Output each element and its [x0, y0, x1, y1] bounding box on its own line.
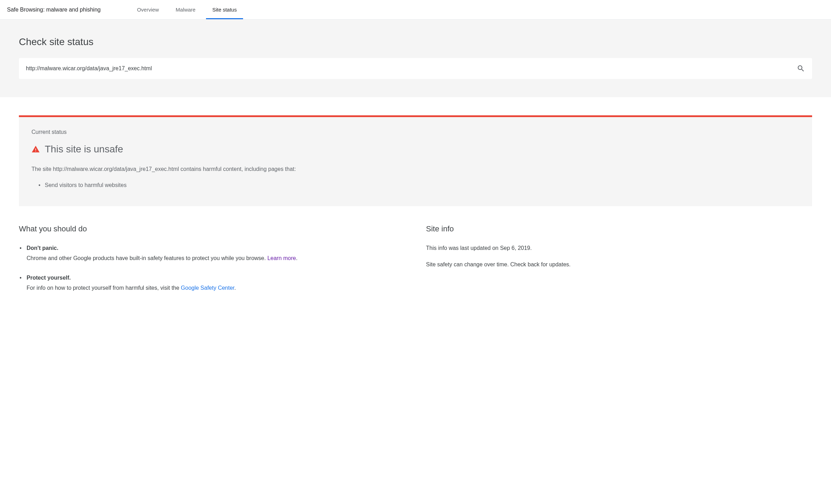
siteinfo-updated: This info was last updated on Sep 6, 201…: [426, 243, 812, 253]
advice-item-after: .: [234, 285, 236, 291]
safety-center-link[interactable]: Google Safety Center: [181, 285, 234, 291]
advice-item-title: Protect yourself.: [27, 273, 405, 282]
tabs: Overview Malware Site status: [129, 0, 245, 19]
learn-more-link[interactable]: Learn more: [267, 255, 296, 261]
tab-site-status[interactable]: Site status: [204, 0, 245, 19]
advice-column: What you should do Don't panic. Chrome a…: [19, 224, 405, 302]
advice-list: Don't panic. Chrome and other Google pro…: [19, 243, 405, 293]
header-title: Safe Browsing: malware and phishing: [7, 7, 101, 13]
status-label: Current status: [31, 129, 800, 135]
advice-item-protect: Protect yourself. For info on how to pro…: [19, 273, 405, 293]
tab-malware[interactable]: Malware: [167, 0, 204, 19]
check-section: Check site status: [0, 20, 831, 97]
status-issue-item: Send visitors to harmful websites: [38, 181, 800, 190]
advice-item-body: Chrome and other Google products have bu…: [27, 255, 267, 261]
url-input[interactable]: [26, 65, 797, 72]
advice-item-title: Don't panic.: [27, 243, 405, 253]
status-heading-row: This site is unsafe: [31, 144, 800, 155]
advice-item-body: For info on how to protect yourself from…: [27, 285, 181, 291]
check-title: Check site status: [19, 36, 812, 48]
advice-heading: What you should do: [19, 224, 405, 233]
tab-overview[interactable]: Overview: [129, 0, 168, 19]
search-icon[interactable]: [797, 64, 805, 73]
status-card: Current status This site is unsafe The s…: [19, 115, 812, 206]
status-description: The site http://malware.wicar.org/data/j…: [31, 165, 800, 174]
header-bar: Safe Browsing: malware and phishing Over…: [0, 0, 831, 20]
status-heading: This site is unsafe: [45, 144, 123, 155]
advice-item-dont-panic: Don't panic. Chrome and other Google pro…: [19, 243, 405, 263]
content-area: Current status This site is unsafe The s…: [0, 97, 831, 316]
siteinfo-column: Site info This info was last updated on …: [426, 224, 812, 302]
search-container: [19, 58, 812, 79]
siteinfo-heading: Site info: [426, 224, 812, 233]
siteinfo-note: Site safety can change over time. Check …: [426, 260, 812, 269]
status-issues-list: Send visitors to harmful websites: [31, 181, 800, 190]
advice-item-after: .: [296, 255, 297, 261]
warning-icon: [31, 145, 40, 153]
columns: What you should do Don't panic. Chrome a…: [19, 224, 812, 302]
